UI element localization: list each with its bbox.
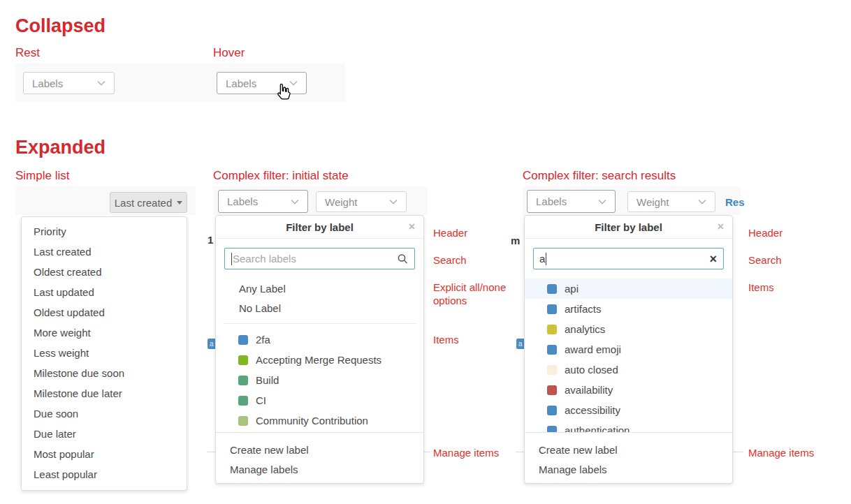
list-item-label: Least popular xyxy=(34,468,97,480)
background-text-fragment: 1 xyxy=(208,234,213,246)
weight-dropdown-search[interactable]: Weight xyxy=(627,191,715,212)
labels-dropdown-label: Labels xyxy=(226,77,256,89)
list-item[interactable]: Due soon xyxy=(22,403,187,424)
create-new-label-button[interactable]: Create new label xyxy=(216,440,423,459)
annotation-leader-line xyxy=(207,452,215,452)
list-item[interactable]: Last created xyxy=(22,242,187,262)
annotation-all-none: Explicit all/none options xyxy=(433,281,511,307)
list-item[interactable]: analytics xyxy=(525,319,732,339)
chevron-down-icon xyxy=(389,199,398,205)
clear-icon[interactable]: × xyxy=(709,253,717,265)
labels-dropdown-open-search[interactable]: Labels xyxy=(527,190,616,213)
labels-dropdown-rest[interactable]: Labels xyxy=(23,72,115,94)
text-cursor xyxy=(546,253,546,265)
list-item[interactable]: Less weight xyxy=(22,343,187,363)
list-divider xyxy=(223,323,416,324)
design-spec-page: Collapsed Rest Hover Labels Labels Expan… xyxy=(0,0,851,504)
state-label-hover: Hover xyxy=(213,46,245,60)
annotation-header: Header xyxy=(433,226,467,239)
section-title-complex-initial: Complex filter: initial state xyxy=(213,169,349,183)
annotation-leader-line xyxy=(733,452,743,452)
manage-labels-button[interactable]: Manage labels xyxy=(216,459,423,479)
list-item[interactable]: Most popular xyxy=(22,444,187,464)
close-icon[interactable]: × xyxy=(718,221,724,232)
list-item-label: Milestone due later xyxy=(34,387,122,399)
list-item[interactable]: Priority xyxy=(22,221,187,242)
label-search-input[interactable]: Search labels xyxy=(224,248,415,269)
chevron-down-icon xyxy=(97,80,106,86)
annotation-items: Items xyxy=(433,333,459,346)
list-item[interactable]: auto closed xyxy=(525,360,732,380)
text-cursor xyxy=(231,253,232,265)
option-any-label[interactable]: Any Label xyxy=(216,279,423,298)
chevron-down-icon xyxy=(698,199,706,205)
heading-expanded: Expanded xyxy=(15,137,106,158)
label-filter-dropdown-search: Filter by label × a × apiartifactsanalyt… xyxy=(524,215,733,484)
label-color-swatch xyxy=(547,284,557,294)
annotation-manage-items: Manage items xyxy=(433,446,499,459)
list-item[interactable]: Community Contribution xyxy=(216,410,423,431)
sort-dropdown-trigger[interactable]: Last created xyxy=(110,192,187,213)
annotation-leader-line xyxy=(516,452,524,452)
annotation-items: Items xyxy=(748,281,774,294)
sort-dropdown-label: Last created xyxy=(115,197,173,209)
list-item-label: Due soon xyxy=(34,408,78,420)
list-item[interactable]: Build xyxy=(216,370,423,390)
list-item[interactable]: 2fa xyxy=(216,329,423,350)
label-filter-dropdown-initial: Filter by label × Search labels Any Labe… xyxy=(215,215,424,484)
list-item-label: Oldest created xyxy=(34,266,102,278)
list-item[interactable]: authentication xyxy=(525,420,732,432)
list-item-label: Most popular xyxy=(34,448,94,460)
list-item-label: Last updated xyxy=(34,286,94,298)
section-title-simple-list: Simple list xyxy=(15,169,69,183)
list-item-label: CI xyxy=(256,394,266,406)
list-item[interactable]: Last updated xyxy=(22,282,187,302)
list-item[interactable]: Oldest updated xyxy=(22,302,187,323)
list-item[interactable]: Oldest created xyxy=(22,262,187,282)
list-item[interactable]: artifacts xyxy=(525,299,732,319)
list-item-label: auto closed xyxy=(565,364,618,376)
weight-dropdown-initial[interactable]: Weight xyxy=(316,191,407,212)
list-item[interactable]: Least popular xyxy=(22,464,187,484)
list-item[interactable]: Due later xyxy=(22,424,187,444)
list-item-label: Milestone due soon xyxy=(34,367,124,379)
panel-title: Filter by label xyxy=(595,221,662,233)
label-color-swatch xyxy=(238,355,248,365)
close-icon[interactable]: × xyxy=(409,221,415,232)
list-item[interactable]: More weight xyxy=(22,323,187,343)
labels-dropdown-open-initial[interactable]: Labels xyxy=(218,190,308,213)
chevron-down-icon xyxy=(291,199,299,205)
label-color-swatch xyxy=(547,426,557,433)
reset-link[interactable]: Res xyxy=(725,196,745,208)
list-item-label: accessibility xyxy=(565,404,620,416)
list-item-label: Last created xyxy=(34,246,92,258)
list-item[interactable]: Milestone due soon xyxy=(22,363,187,383)
label-search-input[interactable]: a × xyxy=(533,248,724,269)
search-value: a xyxy=(539,253,545,265)
label-color-swatch xyxy=(238,396,248,406)
chevron-down-icon xyxy=(598,199,606,205)
annotation-manage-items: Manage items xyxy=(748,446,814,459)
cursor-hand-icon xyxy=(275,83,292,101)
labels-dropdown-hover[interactable]: Labels xyxy=(217,72,307,94)
heading-collapsed: Collapsed xyxy=(15,15,106,37)
list-item[interactable]: api xyxy=(525,279,732,299)
list-item-label: Community Contribution xyxy=(256,415,368,427)
option-no-label[interactable]: No Label xyxy=(216,298,423,318)
list-item[interactable]: Milestone due later xyxy=(22,383,187,403)
create-new-label-button[interactable]: Create new label xyxy=(525,440,732,459)
list-item-label: availability xyxy=(565,384,613,396)
panel-title: Filter by label xyxy=(286,221,354,233)
list-item[interactable]: award emoji xyxy=(525,339,732,360)
manage-labels-button[interactable]: Manage labels xyxy=(525,459,732,479)
list-item[interactable]: CI xyxy=(216,390,423,410)
list-item[interactable]: availability xyxy=(525,380,732,400)
label-color-swatch xyxy=(238,376,248,385)
weight-dropdown-label: Weight xyxy=(325,196,357,208)
list-item-label: Oldest updated xyxy=(34,306,105,318)
annotation-search: Search xyxy=(748,253,782,267)
list-item[interactable]: Accepting Merge Requests xyxy=(216,350,423,370)
simple-list-items: PriorityLast createdOldest createdLast u… xyxy=(22,221,187,484)
list-item[interactable]: accessibility xyxy=(525,400,732,420)
list-item-label: api xyxy=(565,283,579,295)
